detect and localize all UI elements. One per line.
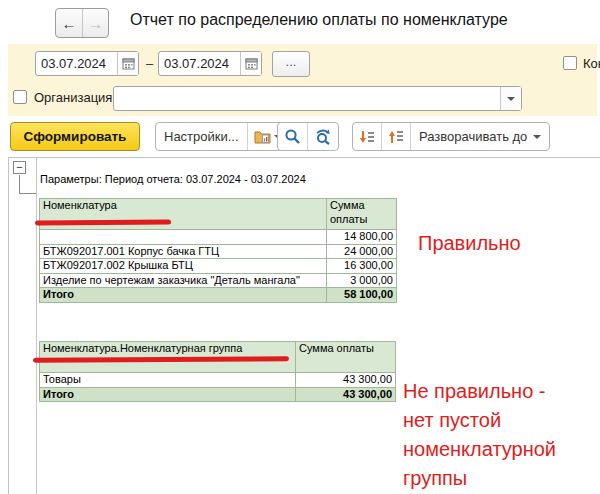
nomenclature-group-table: Номенклатура.Номенклатурная группа Сумма… bbox=[39, 341, 396, 402]
search-group bbox=[277, 122, 339, 151]
annotation-correct: Правильно bbox=[418, 229, 521, 258]
organization-label: Организация: bbox=[34, 90, 116, 105]
cell-amount[interactable]: 43 300,00 bbox=[296, 373, 396, 388]
table-row[interactable]: Товары 43 300,00 bbox=[40, 373, 396, 388]
page-title: Отчет по распределению оплаты по номенкл… bbox=[130, 11, 508, 29]
annotation-incorrect-line: нет пустой bbox=[403, 406, 556, 435]
total-amount: 58 100,00 bbox=[327, 288, 397, 303]
report-parameters: Параметры: Период отчета: 03.07.2024 - 0… bbox=[40, 173, 306, 185]
back-arrow-icon: ← bbox=[62, 15, 77, 32]
counterparty-checkbox[interactable] bbox=[563, 56, 577, 70]
period-to-calendar-button[interactable] bbox=[240, 52, 261, 75]
annotation-incorrect: Не правильно - нет пустой номенклатурной… bbox=[403, 377, 556, 493]
report-variant-icon bbox=[254, 129, 271, 144]
chevron-down-icon bbox=[533, 135, 541, 143]
nav-history-group: ← → bbox=[55, 8, 109, 38]
cell-group[interactable]: Товары bbox=[40, 373, 296, 388]
period-to-input[interactable] bbox=[159, 52, 240, 75]
expand-to-button[interactable]: Разворачивать до bbox=[410, 123, 549, 150]
back-button[interactable]: ← bbox=[56, 9, 82, 37]
annotation-incorrect-line: группы bbox=[403, 464, 556, 493]
counterparty-label: Контр bbox=[583, 56, 600, 71]
calendar-icon bbox=[122, 57, 135, 70]
search-icon bbox=[284, 128, 301, 145]
group-tree-line bbox=[19, 175, 20, 193]
red-underline-annotation bbox=[35, 220, 171, 226]
expand-groups-icon bbox=[359, 129, 375, 145]
forward-arrow-icon: → bbox=[88, 15, 103, 32]
annotation-incorrect-line: номенклатурной bbox=[403, 435, 556, 464]
period-from-input[interactable] bbox=[36, 52, 117, 75]
table-row[interactable]: БТЖ092017.002 Крышка БТЦ 16 300,00 bbox=[40, 259, 397, 274]
total-row[interactable]: Итого 43 300,00 bbox=[40, 387, 396, 402]
search-button[interactable] bbox=[278, 123, 307, 150]
collapse-group-button[interactable]: − bbox=[13, 161, 26, 174]
expand-groups-button[interactable] bbox=[353, 123, 381, 150]
period-from-field bbox=[35, 51, 139, 76]
cell-amount[interactable]: 14 800,00 bbox=[327, 230, 397, 245]
organization-input[interactable] bbox=[114, 87, 500, 110]
organization-checkbox[interactable] bbox=[13, 90, 27, 104]
col-header-amount[interactable]: Сумма оплаты bbox=[296, 342, 396, 373]
expand-collapse-group: Разворачивать до bbox=[352, 122, 550, 151]
total-label: Итого bbox=[40, 387, 296, 402]
period-more-button[interactable]: ... bbox=[272, 51, 310, 77]
organization-field bbox=[113, 86, 522, 111]
table-row[interactable]: 14 800,00 bbox=[40, 230, 397, 245]
calendar-icon bbox=[245, 57, 258, 70]
settings-button[interactable]: Настройки... bbox=[156, 123, 247, 150]
collapse-groups-button[interactable] bbox=[381, 123, 410, 150]
search-next-icon bbox=[314, 128, 332, 145]
forward-button[interactable]: → bbox=[82, 9, 108, 37]
generate-report-button[interactable]: Сформировать bbox=[10, 122, 140, 151]
group-tree-line bbox=[19, 193, 36, 194]
collapse-groups-icon bbox=[388, 129, 404, 145]
expand-to-label: Разворачивать до bbox=[419, 129, 527, 144]
cell-amount[interactable]: 24 000,00 bbox=[327, 244, 397, 259]
chevron-down-icon bbox=[507, 97, 515, 105]
cell-amount[interactable]: 16 300,00 bbox=[327, 259, 397, 274]
cell-nomenclature[interactable]: БТЖ092017.001 Корпус бачка ГТЦ bbox=[40, 244, 327, 259]
cell-amount[interactable]: 3 000,00 bbox=[327, 273, 397, 288]
period-from-calendar-button[interactable] bbox=[117, 52, 138, 75]
total-row[interactable]: Итого 58 100,00 bbox=[40, 288, 397, 303]
settings-group: Настройки... bbox=[155, 122, 289, 151]
cell-nomenclature[interactable]: БТЖ092017.002 Крышка БТЦ bbox=[40, 259, 327, 274]
grouping-gutter-divider bbox=[36, 158, 37, 494]
table-row[interactable]: БТЖ092017.001 Корпус бачка ГТЦ 24 000,00 bbox=[40, 244, 397, 259]
organization-dropdown-button[interactable] bbox=[500, 87, 521, 110]
total-amount: 43 300,00 bbox=[296, 387, 396, 402]
annotation-incorrect-line: Не правильно - bbox=[403, 377, 556, 406]
total-label: Итого bbox=[40, 288, 327, 303]
table-row[interactable]: Изделие по чертежам заказчика "Деталь ма… bbox=[40, 273, 397, 288]
nomenclature-table: Номенклатура Сумма оплаты 14 800,00 БТЖ0… bbox=[39, 198, 397, 303]
period-separator: – bbox=[146, 56, 153, 71]
search-next-button[interactable] bbox=[307, 123, 338, 150]
period-to-field bbox=[158, 51, 262, 76]
cell-nomenclature[interactable]: Изделие по чертежам заказчика "Деталь ма… bbox=[40, 273, 327, 288]
cell-nomenclature[interactable] bbox=[40, 230, 327, 245]
col-header-amount[interactable]: Сумма оплаты bbox=[327, 199, 397, 230]
